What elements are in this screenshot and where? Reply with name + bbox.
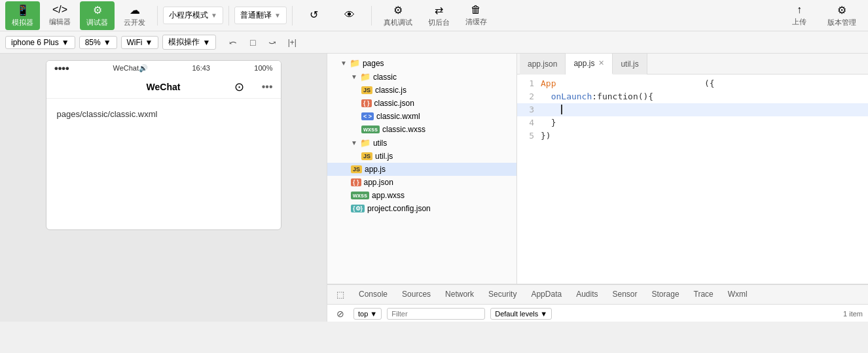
page-path: pages/classic/classic.wxml	[57, 109, 158, 119]
device-select-arrow: ▼	[62, 38, 69, 47]
version-icon: ⚙	[837, 4, 846, 16]
fullscreen-btn[interactable]: □	[245, 35, 261, 50]
editor-btn[interactable]: </> 编辑器	[43, 1, 77, 29]
line-number: 4	[517, 116, 541, 129]
tab-audits[interactable]: Audits	[570, 287, 604, 303]
tab-sensor[interactable]: Sensor	[606, 287, 644, 303]
folder-icon: 📁	[350, 58, 360, 68]
tab-appdata[interactable]: AppData	[524, 287, 568, 303]
tree-item-app-json[interactable]: { } app.json	[327, 176, 516, 189]
battery-text: 100%	[254, 64, 272, 72]
top-toolbar: 📱 模拟器 </> 编辑器 ⚙ 调试器 ☁ 云开发 小程序模式 ▼ 普通翻译 ▼…	[0, 0, 868, 31]
zoom-select[interactable]: 85% ▼	[79, 36, 117, 49]
tab-util-js[interactable]: util.js	[613, 54, 647, 75]
tree-item-classic-wxml[interactable]: < > classic.wxml	[327, 110, 516, 123]
line-number: 2	[517, 90, 541, 103]
tab-trace[interactable]: Trace	[687, 287, 720, 303]
tab-app-json[interactable]: app.json	[520, 54, 566, 75]
nav-more-icon[interactable]: •••	[262, 81, 273, 93]
device-select[interactable]: iphone 6 Plus ▼	[5, 36, 75, 49]
sep1	[157, 6, 158, 25]
translate-arrow-icon: ▼	[274, 12, 281, 19]
toolbar-right: ↑ 上传 ⚙ 版本管理	[783, 1, 863, 30]
arrow-icon: ▼	[351, 139, 357, 146]
tree-item-classic-js[interactable]: JS classic.js	[327, 84, 516, 97]
tree-label: app.wxss	[372, 191, 405, 200]
wxml-badge: < >	[361, 112, 374, 120]
tree-item-utils[interactable]: ▼ 📁 utils	[327, 136, 516, 150]
tab-label: Sources	[402, 290, 431, 299]
tab-sources[interactable]: Sources	[395, 287, 437, 303]
tree-item-app-wxss[interactable]: wxss app.wxss	[327, 189, 516, 202]
nav-record-icon: ⊙	[234, 80, 244, 94]
phone-status-bar: ●●●● WeChat🔊 16:43 100%	[46, 61, 281, 75]
tree-item-util-js[interactable]: JS util.js	[327, 150, 516, 163]
refresh-icon: ↺	[310, 8, 318, 21]
network-select[interactable]: WiFi ▼	[121, 36, 159, 49]
line-content	[541, 103, 868, 116]
tree-item-classic-json[interactable]: { } classic.json	[327, 97, 516, 110]
refresh-btn[interactable]: ↺	[298, 6, 331, 25]
scope-label: top	[358, 310, 368, 318]
preview-icon-btn[interactable]: 👁	[333, 7, 366, 25]
device-btn[interactable]: ⚙ 真机调试	[377, 1, 419, 30]
tree-item-classic[interactable]: ▼ 📁 classic	[327, 70, 516, 84]
scope-select[interactable]: top ▼	[353, 308, 382, 320]
bottom-panel: ⬚ Console Sources Network Security AppDa…	[327, 284, 868, 322]
tree-label: utils	[373, 139, 387, 148]
arrow-icon: ▼	[351, 73, 357, 80]
filter-input[interactable]	[387, 308, 485, 320]
rotate-right-btn[interactable]: ⤻	[264, 35, 280, 50]
stop-btn[interactable]: ⊘	[333, 306, 348, 322]
upload-btn[interactable]: ↑ 上传	[783, 1, 816, 29]
code-line-2: 2 onLaunch:function(){	[517, 90, 868, 103]
tab-label: Network	[445, 290, 474, 299]
debugger-btn[interactable]: ⚙ 调试器	[80, 1, 115, 30]
tree-item-pages[interactable]: ▼ 📁 pages	[327, 56, 516, 70]
mode-select[interactable]: 小程序模式 ▼	[163, 7, 223, 24]
sep3	[292, 6, 293, 25]
fullscreen-icon: □	[250, 37, 255, 48]
layout-icon1: |+|	[288, 38, 297, 47]
level-select[interactable]: Default levels ▼	[490, 308, 552, 320]
tab-console[interactable]: Console	[352, 287, 394, 303]
rotate-left-btn[interactable]: ⤺	[225, 35, 241, 50]
line-number: 3	[517, 103, 541, 116]
version-btn[interactable]: ⚙ 版本管理	[821, 1, 863, 30]
editor-icon: </>	[52, 4, 67, 16]
translate-select[interactable]: 普通翻译 ▼	[234, 7, 287, 24]
folder-icon: 📁	[360, 138, 371, 148]
clear-label: 清缓存	[465, 17, 487, 27]
code-line-1: 1 App({	[517, 77, 868, 90]
network-label: WiFi	[127, 38, 143, 47]
code-panel: app.json app.js ✕ util.js 1 App({ 2 onLa…	[517, 54, 868, 322]
phone-frame: ●●●● WeChat🔊 16:43 100% WeChat ••• ⊙ pag…	[46, 60, 281, 230]
folder-icon: 📁	[360, 72, 371, 82]
tab-storage[interactable]: Storage	[645, 287, 686, 303]
cloud-btn[interactable]: ☁ 云开发	[117, 1, 152, 30]
sep4	[371, 6, 372, 25]
sep2	[228, 6, 229, 25]
simulator-btn[interactable]: 📱 模拟器	[5, 1, 40, 30]
stop-icon: ⊘	[336, 309, 344, 319]
devtools-pointer-btn[interactable]: ⬚	[333, 287, 348, 303]
tree-item-app-js[interactable]: JS app.js	[327, 163, 516, 176]
tree-item-project-config[interactable]: {⚙} project.config.json	[327, 202, 516, 215]
code-area[interactable]: 1 App({ 2 onLaunch:function(){ 3 4 } 5	[517, 75, 868, 306]
tab-close-icon[interactable]: ✕	[598, 59, 604, 67]
operation-select[interactable]: 模拟操作 ▼	[162, 35, 216, 50]
tab-security[interactable]: Security	[482, 287, 523, 303]
tab-wxml[interactable]: Wxml	[721, 287, 754, 303]
file-tree-panel: ▼ 📁 pages ▼ 📁 classic JS classic.js { } …	[327, 54, 517, 322]
layout-btn1[interactable]: |+|	[284, 35, 300, 50]
tree-item-classic-wxss[interactable]: wxss classic.wxss	[327, 123, 516, 136]
switch-btn[interactable]: ⇄ 切后台	[422, 1, 456, 30]
tab-app-js[interactable]: app.js ✕	[566, 54, 613, 75]
level-arrow: ▼	[540, 310, 547, 318]
clear-btn[interactable]: 🗑 清缓存	[459, 1, 494, 29]
code-tabs: app.json app.js ✕ util.js	[517, 54, 868, 75]
tab-network[interactable]: Network	[439, 287, 480, 303]
upload-icon: ↑	[797, 4, 802, 16]
tree-label: classic.wxss	[382, 125, 425, 134]
line-number: 5	[517, 129, 541, 143]
